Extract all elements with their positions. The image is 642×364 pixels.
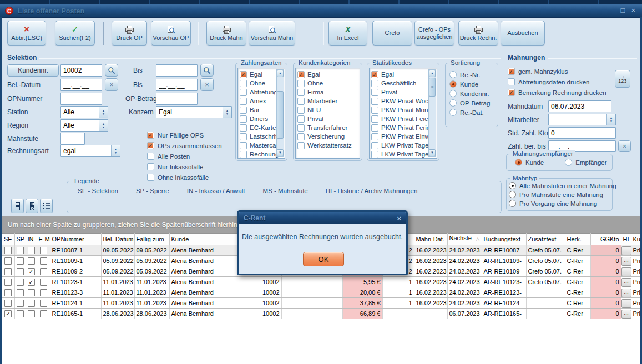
radio-item-pro-vorgang-eine-mahnung[interactable]: Pro Vorgang eine Mahnung [509,199,616,208]
checkbox-mastercard[interactable] [240,142,247,149]
scroll-up-icon[interactable]: ▲ [277,70,284,77]
table-row-re10123-3[interactable]: RE10123-311.01.202311.01.2023Alena Bernh… [2,287,640,298]
column-header-nächste[interactable]: Nächste△ [447,234,482,245]
row-checkbox-se[interactable] [4,279,12,286]
opnummer-input[interactable] [60,93,102,105]
row-checkbox-sp[interactable] [17,247,24,254]
crefo-button[interactable]: Crefo [372,21,412,46]
column-header-herk[interactable]: Herk. [565,234,590,245]
column-header-fällig-zum[interactable]: Fällig zum [134,234,169,245]
checkbox-pkw-privat-monat[interactable] [371,107,378,114]
checkbox-item-geschäftlich[interactable]: Geschäftlich [371,79,436,88]
checkbox-lastschrift[interactable] [240,133,247,140]
std-zahl-kto-input[interactable] [548,127,616,139]
scroll-up-icon[interactable]: ▲ [429,70,436,77]
bel-datum-to-input[interactable] [156,79,198,91]
radio-item-kunde[interactable]: Kunde [449,80,490,88]
list-view-button[interactable] [40,199,53,213]
checkbox-item-privat[interactable]: Privat [371,88,436,97]
checkbox-item-pkw-privat-einwei[interactable]: PKW Privat Einwei [371,132,436,141]
checkbox-item-alle-posten[interactable]: Alle Posten [147,152,233,160]
radio-kundennr[interactable] [449,90,457,97]
checkbox-diners[interactable] [240,115,247,123]
row-checkbox-sp[interactable] [17,310,24,317]
region-select[interactable]: Alle ▲▼ [60,119,108,132]
radio-empfänger[interactable] [565,159,572,166]
mahnstufe-input[interactable] [60,133,85,145]
crefo-ops-ausgeglichen-button[interactable]: Crefo - OPs ausgeglichen [414,21,454,46]
hi-ellipsis-button[interactable]: … [621,299,631,308]
checkbox-item-transferfahrer[interactable]: Transferfahrer [297,123,358,132]
scroll-down-icon[interactable]: ▼ [429,149,436,156]
station-select[interactable]: Alle ▲▼ [60,106,108,118]
spinner-icon[interactable]: ▲▼ [111,145,120,156]
checkbox-lkw-privat-tages[interactable] [371,142,378,149]
checkbox-item-privat[interactable]: Privat [297,114,358,123]
checkbox-pkw-privat-feierta[interactable] [371,115,378,123]
radio-item-kunde[interactable]: Kunde [515,158,544,166]
checkbox-item-neu[interactable]: NEU [297,105,358,114]
checkbox-item-lkw-privat-tages[interactable]: LKW Privat Tages. [371,141,436,150]
kundennr-button[interactable]: Kundennr. [7,64,59,77]
radio-pro-mahnstufe-eine-mahnung[interactable] [509,191,516,198]
row-checkbox-in[interactable] [28,289,35,296]
abbrechen-button[interactable]: × Abbr.(ESC) [7,21,46,46]
row-checkbox-sp[interactable] [17,257,24,265]
rechnungsart-select[interactable]: egal ▲▼ [60,145,120,157]
checkbox-alle-posten[interactable] [147,153,154,160]
checkbox-ohne-inkassofälle[interactable] [147,174,154,181]
checkbox-geschäftlich[interactable] [371,80,378,87]
hi-ellipsis-button[interactable]: … [621,310,631,318]
checkbox-item-pkw-privat-woche[interactable]: PKW Privat Woche [371,97,436,105]
spinner-icon[interactable]: ▲▼ [223,107,231,118]
checkbox-nur-fällige-ops[interactable]: ✓ [147,132,154,139]
checkbox-item-egal[interactable]: ✓Egal [371,70,436,79]
row-checkbox-sp[interactable] [17,268,24,275]
checkbox-egal[interactable]: ✓ [297,71,305,78]
radio-item-pro-mahnstufe-eine-mahnung[interactable]: Pro Mahnstufe eine Mahnung [509,190,616,199]
radio-alle-mahnstufen-in-einer-mahnung[interactable] [509,182,516,189]
column-header-zusatztext[interactable]: Zusatztext [526,234,565,245]
checkbox-gem-mahnzyklus[interactable]: ✓ [508,68,515,75]
kundennr-from-search-button[interactable] [105,64,118,77]
checkbox-werkstattersatz[interactable] [297,142,305,149]
bel-datum-from-clear-button[interactable]: × [105,78,118,91]
table-row-re10124-1[interactable]: RE10124-111.01.202311.01.2023Alena Bernh… [2,298,640,309]
row-checkbox-in[interactable] [28,247,35,254]
checkbox-item-pkw-privat-feierta[interactable]: PKW Privat Feierta [371,114,436,123]
column-header-ku[interactable]: Ku [631,234,640,245]
hi-ellipsis-button[interactable]: … [621,267,631,276]
vorschau-op-button[interactable]: Vorschau OP [151,21,191,46]
column-header-bel-datum[interactable]: Bel.-Datum [101,234,134,245]
checkbox-egal[interactable]: ✓ [240,71,247,78]
renumber-123-button[interactable]: → 123 [615,70,630,88]
column-header-mahn-dat[interactable]: Mahn-Dat. [414,234,447,245]
row-checkbox-sp[interactable] [17,289,24,296]
column-header-in[interactable]: IN [26,234,37,245]
row-checkbox-in[interactable] [28,300,35,307]
row-checkbox-in[interactable] [28,257,35,265]
konzern-select[interactable]: Egal ▲▼ [156,106,232,118]
checkbox-lkw-privat-tages[interactable] [371,151,378,158]
row-checkbox-em[interactable] [40,300,47,307]
checkbox-item-firma[interactable]: Firma [297,88,358,97]
druck-op-button[interactable]: Druck OP [112,21,147,46]
checkbox-pkw-privat-ferien[interactable] [371,124,378,132]
radio-item-empfänger[interactable]: Empfänger [565,158,606,166]
row-checkbox-em[interactable] [40,247,47,254]
maximize-icon[interactable]: □ [621,6,625,15]
row-checkbox-se[interactable] [4,247,12,254]
column-header-ggkto[interactable]: GGKto [590,234,621,245]
kundennr-from-input[interactable] [60,64,102,77]
close-icon[interactable]: × [631,6,635,15]
checkbox-item-versicherung[interactable]: Versicherung [297,132,358,141]
row-checkbox-sp[interactable] [17,279,24,286]
radio-kunde[interactable] [449,80,457,88]
column-header-se[interactable]: SE [2,234,14,245]
checkbox-item-gem-mahnzyklus[interactable]: ✓gem. Mahnzyklus [508,67,616,75]
checkbox-transferfahrer[interactable] [297,124,305,132]
row-checkbox-se[interactable] [4,268,12,275]
column-header-hi[interactable]: HI [621,234,631,245]
mahndatum-input[interactable] [548,100,611,112]
checkbox-item-egal[interactable]: ✓Egal [297,70,358,79]
